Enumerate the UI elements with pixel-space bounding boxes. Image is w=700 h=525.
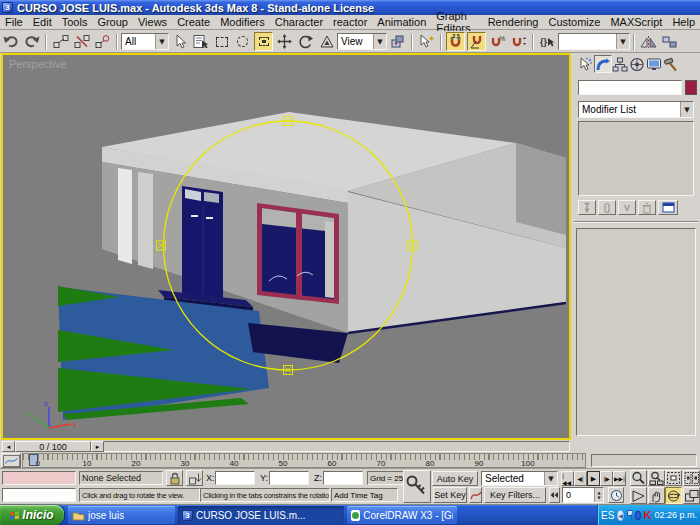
modifier-list-dropdown[interactable]: Modifier List ▼ [578, 101, 694, 118]
key-filters-button[interactable]: Key Filters... [484, 487, 546, 503]
selection-filter-dropdown[interactable]: All ▼ [121, 33, 169, 50]
play-animation-button[interactable]: ▶ [587, 471, 600, 486]
menu-item-help[interactable]: Help [667, 16, 700, 28]
absolute-mode-transform-button[interactable] [186, 470, 203, 486]
previous-frame-button[interactable]: ◀| [574, 471, 587, 486]
menu-item-file[interactable]: File [0, 16, 28, 28]
menu-item-animation[interactable]: Animation [372, 16, 431, 28]
pan-view-button[interactable] [648, 487, 665, 504]
field-of-view-button[interactable] [630, 487, 647, 504]
x-coordinate-field[interactable] [215, 471, 255, 485]
key-mode-toggle-button[interactable] [549, 487, 560, 503]
current-frame-field[interactable]: 0 ▲▼ [562, 487, 604, 503]
open-mini-curve-editor-button[interactable] [1, 453, 21, 468]
named-selection-dropdown[interactable]: ▼ [558, 33, 630, 50]
use-pivot-point-center-button[interactable] [388, 32, 407, 51]
menu-item-tools[interactable]: Tools [57, 16, 93, 28]
select-and-move-button[interactable] [275, 32, 294, 51]
menu-item-group[interactable]: Group [92, 16, 133, 28]
menu-item-character[interactable]: Character [270, 16, 328, 28]
network-tray-icon[interactable] [627, 510, 632, 520]
tab-hierarchy[interactable] [611, 55, 629, 73]
taskbar-task-3dsmax[interactable]: 3 CURSO JOSE LUIS.m... [178, 506, 344, 524]
messenger-tray-icon[interactable] [635, 511, 640, 520]
align-button[interactable] [660, 32, 679, 51]
mirror-button[interactable] [639, 32, 658, 51]
snap-toggle-button[interactable]: 2.5 [446, 32, 465, 51]
configure-modifier-sets-button[interactable] [658, 200, 678, 215]
taskbar-task-coreldraw[interactable]: CorelDRAW X3 - [Grá... [347, 506, 457, 524]
go-to-end-button[interactable]: ▶▶| [613, 471, 626, 486]
menu-item-maxscript[interactable]: MAXScript [605, 16, 667, 28]
frame-spinner[interactable]: ▲▼ [594, 488, 603, 502]
select-and-link-button[interactable] [51, 32, 70, 51]
rectangular-selection-region-button[interactable] [212, 32, 231, 51]
start-button[interactable]: Inicio [0, 505, 64, 525]
z-coordinate-field[interactable] [323, 471, 363, 485]
auto-key-button[interactable]: Auto Key [432, 471, 478, 486]
window-crossing-toggle[interactable] [254, 32, 273, 51]
default-in-out-tangents-button[interactable] [469, 487, 482, 503]
make-unique-button[interactable]: V [618, 200, 636, 215]
y-coordinate-field[interactable] [269, 471, 309, 485]
set-keys-button[interactable] [403, 470, 431, 503]
next-frame-button[interactable]: |▶ [600, 471, 613, 486]
track-bar-ruler[interactable]: 0 10 20 30 40 50 60 70 80 90 100 [22, 453, 586, 468]
pin-stack-button[interactable] [578, 200, 596, 215]
language-indicator[interactable]: ES [601, 510, 614, 521]
circular-selection-region-button[interactable] [233, 32, 252, 51]
reference-coordinate-system-dropdown[interactable]: View ▼ [337, 33, 387, 50]
bind-to-space-warp-button[interactable] [93, 32, 112, 51]
taskbar-task-jose-luis[interactable]: jose luis [68, 506, 175, 524]
next-frame-arrow[interactable]: ▸ [91, 441, 104, 452]
time-slider-handle[interactable]: 0 / 100 [15, 441, 91, 452]
maxscript-mini-listener[interactable] [2, 488, 76, 502]
set-key-button[interactable]: Set Key [433, 487, 467, 503]
menu-item-rendering[interactable]: Rendering [483, 16, 544, 28]
tab-utilities[interactable] [662, 55, 680, 73]
edit-named-selection-sets-button[interactable]: {} [538, 32, 557, 51]
menu-item-edit[interactable]: Edit [28, 16, 57, 28]
modifier-stack-list[interactable] [578, 121, 694, 196]
show-end-result-button[interactable] [598, 200, 616, 215]
viewport-perspective[interactable]: Perspective [1, 53, 571, 440]
previous-frame-arrow[interactable]: ◂ [2, 441, 15, 452]
add-time-tag[interactable]: Add Time Tag [331, 488, 398, 502]
remove-modifier-button[interactable] [638, 200, 656, 215]
viewport-content[interactable]: Perspective [3, 55, 569, 438]
maximize-viewport-toggle[interactable] [683, 487, 700, 504]
time-configuration-button[interactable] [608, 487, 624, 503]
angle-snap-toggle-button[interactable] [467, 32, 486, 51]
zoom-button[interactable] [630, 470, 647, 486]
taskbar-clock[interactable]: 02:26 p.m. [654, 510, 697, 520]
menu-item-modifiers[interactable]: Modifiers [215, 16, 270, 28]
track-bar[interactable]: 0 10 20 30 40 50 60 70 80 90 100 [0, 453, 700, 469]
tab-modify[interactable] [594, 55, 612, 73]
select-and-rotate-button[interactable] [296, 32, 315, 51]
menu-item-reactor[interactable]: reactor [328, 16, 372, 28]
undo-button[interactable] [1, 32, 20, 51]
object-name-field[interactable] [578, 80, 682, 95]
select-object-button[interactable] [170, 32, 189, 51]
tab-display[interactable] [645, 55, 663, 73]
zoom-extents-button[interactable] [665, 470, 682, 486]
menu-item-customize[interactable]: Customize [543, 16, 605, 28]
menu-item-views[interactable]: Views [133, 16, 172, 28]
go-to-start-button[interactable]: |◀◀ [561, 471, 574, 486]
redo-button[interactable] [22, 32, 41, 51]
arc-rotate-button[interactable] [665, 487, 682, 504]
tab-create[interactable] [576, 55, 594, 73]
selection-lock-toggle[interactable] [166, 470, 183, 486]
unlink-selection-button[interactable] [72, 32, 91, 51]
menu-item-create[interactable]: Create [172, 16, 215, 28]
hide-icons-chevron[interactable]: ◀ [617, 510, 624, 521]
percent-snap-toggle-button[interactable]: % [488, 32, 507, 51]
zoom-extents-all-button[interactable] [683, 470, 700, 486]
select-and-manipulate-button[interactable] [417, 32, 436, 51]
select-by-name-button[interactable] [191, 32, 210, 51]
viewport-label[interactable]: Perspective [9, 58, 66, 70]
maxscript-mini-recorder[interactable] [2, 471, 76, 485]
object-color-swatch[interactable] [685, 80, 697, 95]
tab-motion[interactable] [628, 55, 646, 73]
zoom-all-button[interactable] [648, 470, 665, 486]
